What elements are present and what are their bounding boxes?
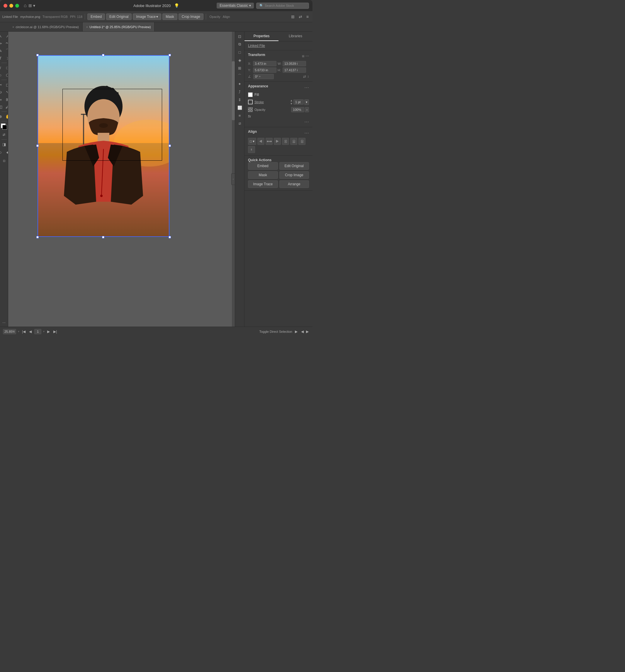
tab-close-untitled[interactable]: ×	[86, 25, 88, 29]
prev-page-start-button[interactable]: |◀	[21, 329, 26, 334]
gradient-tool[interactable]: ◫	[0, 103, 4, 110]
w-input[interactable]	[283, 61, 306, 66]
pan-tool[interactable]: ✋	[4, 113, 8, 120]
eyedropper-tool[interactable]: 🖉	[4, 103, 8, 110]
handle-bl[interactable]	[37, 236, 39, 238]
draw-normal[interactable]: ◇	[0, 149, 4, 155]
crop-image-button[interactable]: Crop Image	[178, 14, 203, 20]
tab-properties[interactable]: Properties	[244, 32, 279, 41]
export-icon[interactable]: ⤴	[236, 88, 243, 95]
image-trace-button[interactable]: Image Trace▾	[133, 14, 161, 20]
prev-page-button[interactable]: ◀	[28, 329, 32, 334]
more-tools[interactable]: ···	[1, 319, 7, 326]
fill-swatch[interactable]	[248, 92, 253, 97]
layers-icon[interactable]: ⧉	[236, 41, 243, 48]
handle-ml[interactable]	[37, 145, 39, 147]
qa-edit-original-button[interactable]: Edit Original	[279, 162, 309, 170]
transform-icon[interactable]: ⇄	[297, 14, 304, 20]
qa-crop-image-button[interactable]: Crop Image	[279, 171, 309, 179]
distribute-left-button[interactable]: ⦀	[248, 146, 255, 153]
tab-libraries[interactable]: Libraries	[279, 32, 312, 41]
zoom-input[interactable]	[3, 329, 16, 334]
artboard-tool[interactable]: ⊡	[1, 158, 7, 164]
qa-arrange-button[interactable]: Arrange	[279, 180, 309, 188]
pathfinder-icon[interactable]: ⧄	[236, 120, 243, 127]
constrain-proportions-button[interactable]: ⊞	[302, 54, 304, 58]
y-input[interactable]	[253, 67, 277, 73]
grid-icon[interactable]: ⊞	[290, 14, 296, 20]
h-input[interactable]	[283, 67, 306, 73]
more-appearance-bottom-button[interactable]: ⋯	[304, 119, 309, 125]
mask-button[interactable]: Mask	[162, 14, 177, 20]
more-appearance-button[interactable]: ⋯	[304, 85, 309, 90]
embed-button[interactable]: Embed	[87, 14, 105, 20]
more-options-icon[interactable]: ≡	[305, 14, 310, 20]
view-button[interactable]: ⊞ ▾	[28, 3, 35, 8]
stroke-mode[interactable]: ◨	[1, 141, 7, 147]
draw-behind[interactable]: ◆	[4, 149, 8, 155]
stroke-label[interactable]: Stroke	[255, 100, 264, 104]
transform-icon-side[interactable]: ⬜	[236, 104, 243, 111]
rect-tool[interactable]: □	[4, 65, 8, 71]
eraser-tool[interactable]: ◻	[4, 81, 8, 88]
brush-tool[interactable]: ⌒	[4, 48, 8, 54]
scale-tool[interactable]: ⤡	[4, 89, 8, 95]
area-type-tool[interactable]: ⌶	[4, 55, 8, 61]
flip-horizontal-button[interactable]: ⇄	[303, 74, 306, 78]
minimize-button[interactable]	[9, 4, 13, 8]
handle-mr[interactable]	[169, 145, 171, 147]
stroke-unit-button[interactable]: ▾	[304, 99, 309, 105]
next-page-button[interactable]: ▶	[46, 329, 51, 334]
pencil-tool[interactable]: ✎	[0, 48, 4, 54]
polygon-tool[interactable]: ⬡	[4, 72, 8, 78]
align-bottom-button[interactable]: ⍗	[298, 138, 306, 145]
qa-image-trace-button[interactable]: Image Trace	[248, 180, 278, 188]
curvature-tool[interactable]: 〜	[4, 40, 8, 47]
fill-color[interactable]	[1, 123, 7, 130]
scroll-left-button[interactable]: ◀	[300, 329, 305, 334]
select-tool[interactable]: ↖	[0, 33, 4, 39]
opacity-input[interactable]	[291, 107, 304, 112]
qa-mask-button[interactable]: Mask	[248, 171, 278, 179]
panel-collapse-button[interactable]: ‹	[231, 173, 235, 185]
arrange-icon[interactable]: ⇕	[236, 96, 243, 103]
ellipse-tool[interactable]: ○	[0, 72, 4, 78]
align-center-h-button[interactable]: ⟺	[266, 138, 273, 145]
opacity-arrow-button[interactable]: ›	[305, 107, 309, 112]
handle-tm[interactable]	[102, 54, 104, 56]
swatches-icon[interactable]: ⊞	[236, 65, 243, 72]
scissors-tool[interactable]: ✂	[0, 81, 4, 88]
color-icon[interactable]: ◈	[236, 56, 243, 64]
more-transform-button[interactable]: ⋯	[306, 54, 309, 58]
align-icon-side[interactable]: ≡	[236, 112, 243, 119]
pen-tool[interactable]: ✏	[0, 40, 4, 47]
align-left-button[interactable]: ⫷	[257, 138, 264, 145]
more-align-button[interactable]: ⋯	[304, 130, 309, 136]
stroke-swatch[interactable]	[248, 100, 253, 104]
symbols-icon[interactable]: ✦	[236, 80, 243, 87]
linked-file-link[interactable]: Linked File	[248, 44, 265, 48]
edit-original-button[interactable]: Edit Original	[106, 14, 131, 20]
tab-untitled[interactable]: × Untitled-1* @ 25.85% (RGB/GPU Preview)	[83, 22, 155, 31]
x-input[interactable]	[253, 61, 277, 66]
flip-vertical-button[interactable]: ↕	[307, 74, 309, 78]
zoom-tool[interactable]: ⊕	[0, 113, 4, 120]
toggle-arrow-button[interactable]: ▶	[294, 329, 298, 334]
direct-select-tool[interactable]: ↗	[4, 33, 8, 39]
align-right-button[interactable]: ⫸	[274, 138, 281, 145]
stroke-value-input[interactable]	[293, 99, 304, 105]
blend-tool[interactable]: ∞	[0, 96, 4, 103]
mesh-tool[interactable]: ⊞	[4, 96, 8, 103]
handle-bm[interactable]	[102, 236, 104, 238]
qa-embed-button[interactable]: Embed	[248, 162, 278, 170]
handle-tl[interactable]	[37, 54, 39, 56]
align-center-v-button[interactable]: ⍓	[290, 138, 297, 145]
workspace-selector[interactable]: Essentials Classic ▾	[217, 3, 254, 8]
line-tool[interactable]: /	[0, 65, 4, 71]
align-top-button[interactable]: ⍐	[282, 138, 289, 145]
maximize-button[interactable]	[15, 4, 19, 8]
document-setup-icon[interactable]: ⊡	[236, 33, 243, 40]
artboards-icon[interactable]: □	[236, 49, 243, 56]
home-button[interactable]: ⌂	[24, 3, 27, 8]
tab-close-circleicon[interactable]: ×	[12, 25, 14, 29]
